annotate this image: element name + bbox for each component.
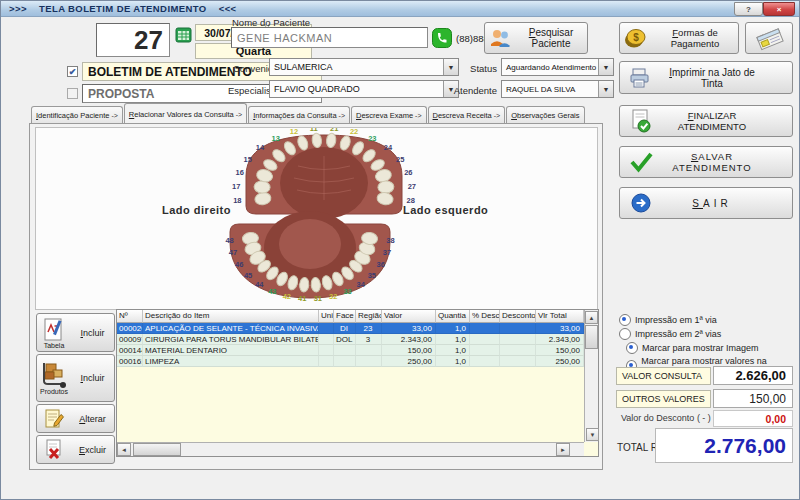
chevron-down-icon[interactable]: ▼ bbox=[443, 59, 458, 75]
record-number-field[interactable]: 27 bbox=[96, 23, 170, 57]
delete-button[interactable]: Excluir bbox=[36, 435, 115, 464]
valor-consulta-field[interactable]: 2.626,00 bbox=[713, 366, 793, 385]
table-row[interactable]: 000161LIMPEZA250,001,0250,00 bbox=[117, 356, 584, 367]
print-button[interactable]: Imprimir na Jato de Tinta bbox=[619, 61, 793, 94]
tab-2[interactable]: Informações da Consulta-> bbox=[248, 106, 350, 124]
outros-valores-field[interactable]: 150,00 bbox=[713, 389, 793, 408]
tooth-17[interactable] bbox=[254, 181, 271, 194]
tooth-number-32: 32 bbox=[329, 292, 337, 301]
tooth-number-21: 21 bbox=[330, 128, 338, 133]
tooth-number-25: 25 bbox=[396, 155, 404, 164]
cheque-button[interactable] bbox=[745, 22, 793, 54]
table-cell: 2.343,00 bbox=[536, 334, 584, 345]
atendente-select[interactable]: RAQUEL DA SILVA ▼ bbox=[501, 80, 614, 98]
column-header[interactable]: Quantia bbox=[436, 310, 470, 323]
exit-button[interactable]: SAIR bbox=[619, 187, 793, 219]
table-row[interactable]: 000020APLICAÇÃO DE SELANTE - TÉCNICA INV… bbox=[117, 323, 584, 334]
scroll-down-icon[interactable]: ▼ bbox=[586, 428, 599, 441]
tab-strip: Identificação Paciente->Relacionar Valor… bbox=[31, 105, 586, 124]
print-option-label: Impressão em 1ª via bbox=[635, 315, 717, 325]
payment-methods-button[interactable]: $ Formas de Pagamento bbox=[619, 22, 739, 54]
column-header[interactable]: Face bbox=[334, 310, 356, 323]
table-cell: 1,0 bbox=[436, 334, 470, 345]
table-cell bbox=[334, 356, 356, 367]
proposta-checkbox[interactable] bbox=[67, 88, 78, 99]
tooth-number-45: 45 bbox=[244, 271, 252, 280]
convenio-select[interactable]: SULAMERICA ▼ bbox=[269, 58, 459, 76]
tab-label: Identificação Paciente bbox=[36, 111, 109, 120]
table-row[interactable]: 000097CIRURGIA PARA TORUS MANDIBULAR BIL… bbox=[117, 334, 584, 345]
scroll-right-icon[interactable]: ► bbox=[556, 443, 570, 456]
table-row[interactable]: 000144MATERIAL DENTARIO150,001,0150,00 bbox=[117, 345, 584, 356]
green-check-icon bbox=[620, 150, 662, 174]
table-cell: 000144 bbox=[117, 345, 143, 356]
table-cell bbox=[500, 334, 536, 345]
column-header[interactable]: Valor bbox=[382, 310, 436, 323]
print-option-1[interactable]: Impressão em 2ª vias bbox=[619, 328, 721, 340]
tab-4[interactable]: Descreva Receita-> bbox=[428, 106, 506, 124]
search-patient-button[interactable]: Pesquisar Paciente bbox=[484, 22, 588, 54]
tooth-number-18: 18 bbox=[233, 196, 241, 205]
dental-chart[interactable]: 1817161514131211212223242526272848474645… bbox=[36, 128, 595, 307]
finalize-check-document-icon bbox=[620, 108, 662, 134]
tooth-number-23: 23 bbox=[368, 134, 376, 143]
scroll-left-icon[interactable]: ◄ bbox=[117, 443, 131, 456]
status-label: Status bbox=[463, 63, 497, 74]
calendar-icon[interactable] bbox=[175, 26, 192, 48]
table-cell bbox=[319, 356, 334, 367]
tooth-27[interactable] bbox=[378, 181, 395, 194]
vertical-scroll-thumb[interactable] bbox=[585, 325, 598, 349]
edit-button[interactable]: Alterar bbox=[36, 404, 115, 433]
column-header[interactable]: Região bbox=[356, 310, 382, 323]
column-header[interactable]: Uni bbox=[319, 310, 334, 323]
radio-icon[interactable] bbox=[619, 328, 631, 340]
print-option-2[interactable]: Marcar para mostrar Imagem bbox=[626, 342, 759, 354]
valor-consulta-label: VALOR CONSULTA bbox=[622, 371, 702, 381]
status-select[interactable]: Aguardando Atendimento ▼ bbox=[501, 58, 614, 76]
table-cell: DOL bbox=[334, 334, 356, 345]
valor-consulta-label-box: VALOR CONSULTA bbox=[616, 367, 711, 385]
print-option-0[interactable]: Impressão em 1ª via bbox=[619, 314, 717, 326]
table-cell: 000097 bbox=[117, 334, 143, 345]
save-button[interactable]: SALVAR ATENDIMENTO bbox=[619, 146, 793, 178]
vertical-scrollbar[interactable]: ▲ ▼ bbox=[584, 310, 598, 442]
radio-icon[interactable] bbox=[626, 342, 638, 354]
scroll-up-icon[interactable]: ▲ bbox=[585, 311, 598, 324]
close-button[interactable]: × bbox=[763, 2, 795, 16]
include-table-button[interactable]: TabelaIncluir bbox=[36, 313, 115, 352]
horizontal-scroll-thumb[interactable] bbox=[133, 443, 181, 456]
column-header[interactable]: Desconto bbox=[500, 310, 536, 323]
whatsapp-icon[interactable] bbox=[432, 28, 452, 52]
printer-icon bbox=[620, 66, 660, 90]
tab-0[interactable]: Identificação Paciente-> bbox=[31, 106, 123, 124]
column-header[interactable]: Descrição do Item bbox=[143, 310, 319, 323]
column-header[interactable]: Vlr Total bbox=[536, 310, 584, 323]
table-cell bbox=[500, 356, 536, 367]
table-cell bbox=[470, 334, 500, 345]
table-cell: 1,0 bbox=[436, 345, 470, 356]
tab-1[interactable]: Relacionar Valores da Consulta-> bbox=[124, 103, 247, 124]
tab-3[interactable]: Descreva Exame-> bbox=[351, 106, 427, 124]
items-grid: NºDescrição do ItemUniFaceRegiãoValorQua… bbox=[116, 309, 599, 457]
boletim-checkbox[interactable]: ✔ bbox=[67, 66, 78, 77]
column-header[interactable]: % Desc. bbox=[470, 310, 500, 323]
patient-name-input[interactable] bbox=[231, 27, 428, 48]
table-cell: 3 bbox=[356, 334, 382, 345]
especialista-select[interactable]: FLAVIO QUADRADO ▼ bbox=[269, 80, 459, 98]
tooth-number-13: 13 bbox=[271, 134, 279, 143]
tab-5[interactable]: Observações Gerais bbox=[506, 106, 584, 124]
chevron-down-icon[interactable]: ▼ bbox=[598, 81, 613, 97]
help-button[interactable]: ? bbox=[734, 2, 763, 16]
chevron-down-icon[interactable]: ▼ bbox=[598, 59, 613, 75]
tooth-number-15: 15 bbox=[244, 155, 252, 164]
desconto-field[interactable]: 0,00 bbox=[713, 410, 793, 427]
table-cell: 33,00 bbox=[536, 323, 584, 334]
finalize-button[interactable]: FINALIZAR ATENDIMENTO bbox=[619, 105, 793, 137]
column-header[interactable]: Nº bbox=[117, 310, 143, 323]
horizontal-scrollbar[interactable]: ◄ ► bbox=[117, 442, 584, 456]
include-products-button[interactable]: ProdutosIncluir bbox=[36, 354, 115, 402]
tooth-number-35: 35 bbox=[368, 271, 376, 280]
atendente-value: RAQUEL DA SILVA bbox=[502, 85, 598, 94]
table-cell: 33,00 bbox=[382, 323, 436, 334]
radio-icon[interactable] bbox=[619, 314, 631, 326]
